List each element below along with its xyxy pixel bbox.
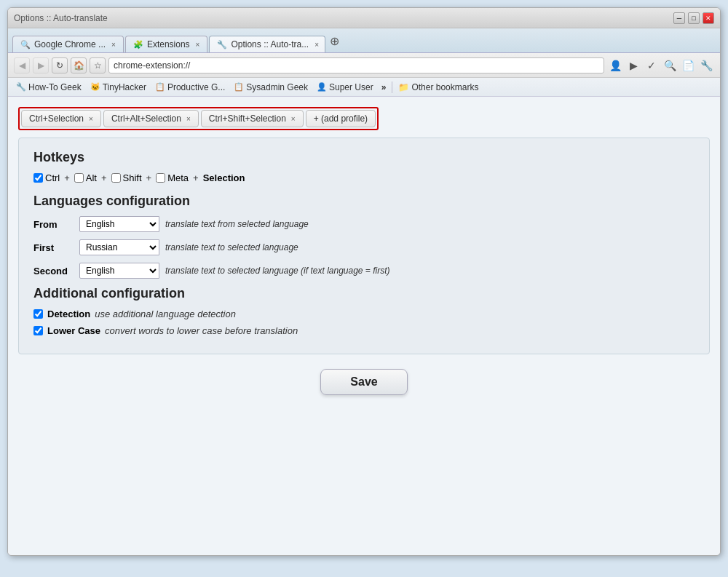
bookmark-how-to-geek-icon: 🔧: [16, 82, 26, 92]
bookmarks-more-button[interactable]: »: [381, 82, 387, 92]
alt-checkbox[interactable]: [74, 173, 84, 183]
first-select[interactable]: Russian English German French Spanish: [79, 239, 159, 255]
tab-extensions-close[interactable]: ×: [196, 41, 200, 49]
tab-google-chrome-close[interactable]: ×: [111, 41, 116, 49]
tabs-bar: 🔍 Google Chrome ... × 🧩 Extensions × 🔧 O…: [8, 28, 720, 53]
ctrl-label: Ctrl: [45, 172, 60, 183]
hotkeys-row: Ctrl + Alt + Shift + Meta: [33, 172, 695, 183]
detection-checkbox[interactable]: [33, 309, 43, 319]
selection-label: Selection: [203, 172, 245, 183]
detection-row: Detection use additional language detect…: [33, 309, 695, 319]
profile-tabs-container: Ctrl+Selection × Ctrl+Alt+Selection × Ct…: [18, 107, 379, 130]
shift-checkbox[interactable]: [111, 173, 121, 183]
bookmark-sysadmin-geek-label: Sysadmin Geek: [246, 82, 308, 92]
bookmarks-folder-label: Other bookmarks: [411, 82, 478, 92]
additional-section: Additional configuration Detection use a…: [33, 286, 695, 336]
first-select-wrapper: Russian English German French Spanish: [79, 239, 159, 255]
page-button[interactable]: 📄: [680, 57, 696, 73]
detection-label-italic: use additional language detection: [95, 309, 236, 319]
plus-4: +: [193, 172, 199, 183]
tab-options-icon: 🔧: [217, 40, 227, 49]
browser-window: Options :: Auto-translate ─ □ ✕ 🔍 Google…: [7, 7, 721, 556]
profile-tab-ctrl-selection[interactable]: Ctrl+Selection ×: [21, 110, 101, 127]
profile-tab-ctrl-alt-selection-label: Ctrl+Alt+Selection: [111, 114, 181, 124]
bookmark-super-user[interactable]: 👤 Super User: [314, 81, 376, 93]
nav-bar: ◀ ▶ ↻ 🏠 ☆ 👤 ▶ ✓ 🔍 📄 🔧: [8, 53, 720, 78]
play-button[interactable]: ▶: [625, 57, 641, 73]
profile-tab-ctrl-shift-selection-label: Ctrl+Shift+Selection: [209, 114, 286, 124]
profile-tab-ctrl-selection-label: Ctrl+Selection: [29, 114, 84, 124]
profile-tab-ctrl-alt-selection-close[interactable]: ×: [186, 115, 191, 123]
lower-case-label-bold: Lower Case: [47, 325, 100, 336]
bookmark-super-user-label: Super User: [329, 82, 373, 92]
from-label: From: [33, 219, 74, 230]
maximize-button[interactable]: □: [688, 12, 700, 24]
plus-2: +: [101, 172, 107, 183]
title-bar: Options :: Auto-translate ─ □ ✕: [8, 8, 720, 28]
bookmark-productive-g-label: Productive G...: [167, 82, 225, 92]
shift-checkbox-label[interactable]: Shift: [111, 172, 142, 183]
first-label: First: [33, 242, 74, 253]
plus-1: +: [64, 172, 70, 183]
bookmark-tinyhacker[interactable]: 🐱 TinyHacker: [88, 81, 149, 93]
bookmarks-separator: [392, 81, 392, 93]
tab-extensions[interactable]: 🧩 Extensions ×: [125, 36, 208, 52]
alt-checkbox-label[interactable]: Alt: [74, 172, 97, 183]
profile-tab-ctrl-alt-selection[interactable]: Ctrl+Alt+Selection ×: [103, 110, 199, 127]
meta-checkbox-label[interactable]: Meta: [156, 172, 189, 183]
lower-case-label-italic: convert words to lower case before trans…: [105, 325, 298, 336]
bookmark-how-to-geek[interactable]: 🔧 How-To Geek: [14, 81, 84, 93]
bookmark-productive-g-icon: 📋: [155, 82, 165, 92]
new-tab-button[interactable]: ⊕: [327, 34, 341, 49]
languages-title: Languages configuration: [33, 194, 695, 209]
add-profile-button[interactable]: + (add profile): [306, 110, 376, 127]
ctrl-checkbox-label[interactable]: Ctrl: [33, 172, 60, 183]
add-profile-label: + (add profile): [314, 114, 368, 124]
home-button[interactable]: 🏠: [71, 57, 87, 73]
second-select[interactable]: English Russian German French Spanish: [79, 263, 159, 279]
bookmark-productive-g[interactable]: 📋 Productive G...: [153, 81, 227, 93]
bookmarks-bar: 🔧 How-To Geek 🐱 TinyHacker 📋 Productive …: [8, 78, 720, 97]
bookmark-sysadmin-geek[interactable]: 📋 Sysadmin Geek: [232, 81, 310, 93]
profile-tab-ctrl-shift-selection[interactable]: Ctrl+Shift+Selection ×: [201, 110, 304, 127]
back-button[interactable]: ◀: [14, 57, 30, 73]
close-button[interactable]: ✕: [703, 12, 714, 24]
meta-label: Meta: [167, 172, 189, 183]
tab-google-chrome-label: Google Chrome ...: [34, 39, 106, 49]
second-row: Second English Russian German French Spa…: [33, 263, 695, 279]
forward-button[interactable]: ▶: [33, 57, 49, 73]
first-row: First Russian English German French Span…: [33, 239, 695, 255]
lower-case-checkbox[interactable]: [33, 326, 43, 335]
tab-options[interactable]: 🔧 Options :: Auto-tra... ×: [209, 36, 325, 52]
search-button[interactable]: 🔍: [662, 57, 678, 73]
reload-button[interactable]: ↻: [52, 57, 68, 73]
tab-options-close[interactable]: ×: [314, 41, 319, 49]
address-bar[interactable]: [108, 57, 604, 73]
from-select-wrapper: English Russian German French Spanish Au…: [79, 216, 159, 232]
bookmarks-other-folder[interactable]: 📁 Other bookmarks: [398, 82, 478, 92]
title-bar-text: Options :: Auto-translate: [14, 13, 108, 23]
plus-3: +: [146, 172, 152, 183]
first-hint: translate text to selected language: [165, 242, 298, 252]
minimize-button[interactable]: ─: [673, 12, 685, 24]
bookmark-button[interactable]: ✓: [644, 57, 660, 73]
bookmark-tinyhacker-label: TinyHacker: [103, 82, 146, 92]
meta-checkbox[interactable]: [156, 173, 165, 183]
tab-google-chrome-icon: 🔍: [20, 40, 31, 49]
user-icon-button[interactable]: 👤: [607, 57, 623, 73]
from-row: From English Russian German French Spani…: [33, 216, 695, 232]
save-button[interactable]: Save: [320, 369, 407, 395]
profile-tab-ctrl-selection-close[interactable]: ×: [89, 115, 93, 123]
hotkeys-title: Hotkeys: [33, 150, 695, 165]
settings-button[interactable]: 🔧: [698, 57, 714, 73]
page-content: Ctrl+Selection × Ctrl+Alt+Selection × Ct…: [8, 97, 720, 555]
detection-label-bold: Detection: [47, 309, 90, 319]
bookmark-sysadmin-geek-icon: 📋: [234, 82, 244, 92]
from-select[interactable]: English Russian German French Spanish Au…: [79, 216, 159, 232]
ctrl-checkbox[interactable]: [33, 173, 43, 183]
profile-tab-ctrl-shift-selection-close[interactable]: ×: [291, 115, 296, 123]
star-button[interactable]: ☆: [90, 57, 106, 73]
languages-section: Languages configuration From English Rus…: [33, 194, 695, 279]
tab-google-chrome[interactable]: 🔍 Google Chrome ... ×: [12, 36, 124, 52]
bookmarks-folder-icon: 📁: [398, 82, 409, 92]
